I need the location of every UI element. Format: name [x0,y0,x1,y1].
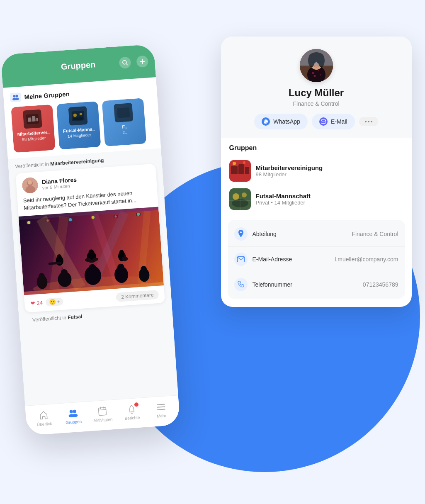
card-group-1[interactable]: Mitarbeitervereinigung 98 Mitglieder [229,157,403,185]
card-group-1-img [229,160,251,182]
email-button[interactable]: E-Mail [312,114,355,129]
post-1-author-info: Diana Flores vor 5 Minuten [41,176,77,190]
phone-title: Gruppen [61,59,96,71]
post-1-reactions: ❤ 24 🙂 + [30,297,63,307]
phone-body: Meine Gruppen [2,77,178,407]
card-groups-section: Gruppen Mitarbeitervereinigung 98 Mitgl [221,138,412,220]
post-1-avatar-img [22,177,39,194]
svg-rect-92 [238,164,244,174]
dot-2 [368,121,369,122]
svg-line-1 [126,63,128,65]
post-1-comments-btn[interactable]: 2 Kommentare [116,290,159,302]
header-icons [119,55,148,69]
nav-item-mehr[interactable]: Mehr [146,400,176,419]
group-card-3-img [114,103,133,122]
svg-point-5 [15,95,18,97]
card-groups-title: Gruppen [229,144,403,152]
concert-svg [18,207,163,295]
emoji-icon: 🙂 [49,299,56,305]
group-card-1-img [22,109,42,129]
whatsapp-icon [262,117,270,126]
info-row-abteilung: Abteilung Finance & Control [228,222,405,247]
nav-gruppen-label: Gruppen [65,419,82,425]
svg-point-98 [242,192,247,197]
profile-actions: WhatsApp E-Mail [254,114,378,129]
svg-rect-91 [231,166,238,174]
abteilung-label: Abteilung [253,231,352,237]
post-1-image [18,207,163,295]
svg-point-78 [318,70,319,71]
email-adresse-value: l.mueller@company.com [335,256,398,263]
phone-icon [234,278,248,291]
svg-point-4 [13,95,15,97]
whatsapp-button[interactable]: WhatsApp [254,114,308,129]
svg-rect-93 [245,167,249,174]
people-icon [10,92,21,102]
card-group-1-info: Mitarbeitervereinigung 98 Mitglieder [256,164,323,178]
card-group-1-meta: 98 Mitglieder [256,171,323,178]
gruppen-cards: Mitarbeiterver.. 98 Mitglieder [11,97,154,153]
svg-point-77 [312,72,314,74]
more-button[interactable] [359,117,378,126]
group-thumb-1 [22,109,42,129]
card-group-1-name: Mitarbeitervereinigung [256,164,323,171]
group-card-3[interactable]: F.. 2.. [102,98,146,146]
whatsapp-label: WhatsApp [273,118,300,125]
emoji-plus: + [56,298,60,304]
reaction-heart[interactable]: ❤ 24 [30,299,42,307]
svg-line-73 [157,409,165,409]
svg-rect-10 [32,116,35,122]
location-icon [234,227,248,241]
profile-card-top: Lucy Müller Finance & Control WhatsApp [221,37,412,138]
svg-point-63 [73,409,76,413]
dot-1 [365,121,367,122]
svg-rect-16 [117,107,130,118]
svg-point-97 [233,193,239,200]
card-group-2-info: Futsal-Mannschaft Privat • 14 Mitglieder [256,192,311,206]
telefon-value: 07123456789 [363,281,398,288]
svg-line-72 [157,406,165,407]
card-group-2-name: Futsal-Mannschaft [256,192,311,200]
card-group-2[interactable]: Futsal-Mannschaft Privat • 14 Mitglieder [229,185,403,213]
nav-item-gruppen[interactable]: Gruppen [58,406,88,425]
nav-berichte-label: Berichte [124,415,140,421]
nav-item-aktivitaten[interactable]: Aktivitäten [87,404,117,423]
search-icon[interactable] [119,56,131,69]
heart-count: 24 [36,299,42,306]
svg-rect-66 [98,407,106,415]
nav-calendar-icon [96,405,108,416]
nav-home-icon [38,409,49,421]
profile-avatar-inner [300,49,333,82]
posts-section: Veröffentlicht in Mitarbeitervereinigung [7,148,172,330]
group-card-2-img [68,106,87,125]
nav-badge [134,402,138,407]
svg-line-3 [140,61,144,61]
svg-rect-102 [237,256,244,262]
group-thumb-2 [68,106,87,125]
add-icon[interactable] [136,55,148,68]
meine-gruppen-title: Meine Gruppen [24,90,69,100]
svg-point-95 [243,161,245,164]
nav-item-uberlick[interactable]: Überlick [29,408,59,427]
email-label: E-Mail [331,118,347,125]
nav-people-icon [67,407,79,419]
meine-gruppen-section: Meine Gruppen [2,77,160,159]
nav-item-berichte[interactable]: Berichte [117,402,147,421]
group-card-2[interactable]: Futsal-Manns.. 14 Mitglieder [56,101,100,149]
email-info-icon [234,253,248,266]
card-group-2-img [229,188,251,210]
card-info-section: Abteilung Finance & Control E-Mail-Adres… [228,220,405,299]
group-thumb-3 [114,103,133,122]
nav-bell-icon [126,403,137,414]
svg-point-7 [15,97,19,100]
nav-mehr-label: Mehr [156,413,166,418]
profile-avatar [300,49,333,82]
group-card-1[interactable]: Mitarbeiterver.. 98 Mitglieder [11,104,55,153]
reaction-emoji-btn[interactable]: 🙂 + [46,297,63,306]
dot-3 [371,121,372,122]
svg-line-67 [98,409,106,409]
svg-rect-88 [300,49,333,66]
info-row-email: E-Mail-Adresse l.mueller@company.com [228,247,405,272]
telefon-label: Telefonnummer [253,281,363,288]
svg-point-65 [72,413,78,417]
